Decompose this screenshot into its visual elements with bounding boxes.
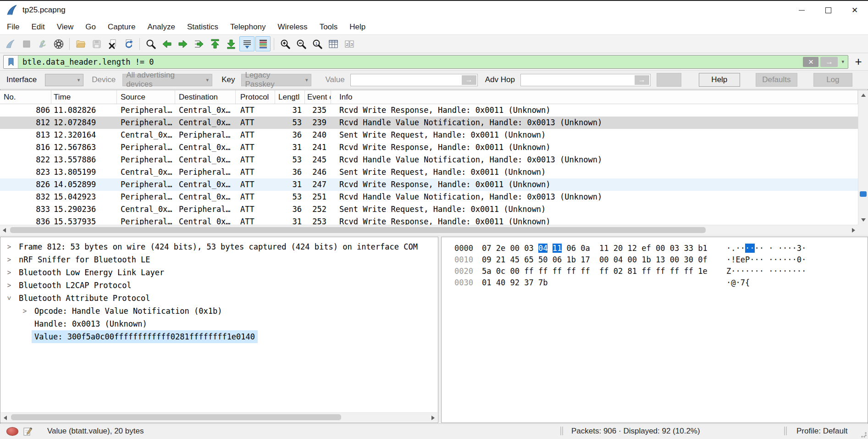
- detail-line[interactable]: >nRF Sniffer for Bluetooth LE: [0, 253, 437, 266]
- hex-byte[interactable]: 13: [656, 255, 665, 264]
- filter-dropdown-caret[interactable]: ▾: [841, 59, 844, 65]
- detail-line[interactable]: >Bluetooth L2CAP Protocol: [0, 279, 437, 292]
- ascii-char[interactable]: ·: [736, 244, 741, 253]
- ascii-char[interactable]: ·: [755, 267, 759, 276]
- hex-byte[interactable]: 11: [553, 244, 562, 253]
- hex-byte[interactable]: 00: [510, 244, 519, 253]
- hex-byte[interactable]: 00: [656, 244, 665, 253]
- ascii-char[interactable]: ·: [726, 244, 731, 253]
- ascii-char[interactable]: P: [745, 255, 750, 264]
- hex-byte[interactable]: 7b: [538, 278, 547, 287]
- hex-byte[interactable]: 1b: [641, 255, 651, 264]
- packet-row[interactable]: 80611.082826Peripheral…Central_0x…ATT312…: [0, 104, 858, 117]
- hex-byte[interactable]: 06: [566, 244, 575, 253]
- hex-byte[interactable]: 45: [510, 255, 519, 264]
- hex-byte[interactable]: 00: [628, 255, 637, 264]
- hex-byte[interactable]: 03: [524, 244, 533, 253]
- expander-icon[interactable]: >: [6, 253, 12, 266]
- detail-line[interactable]: >Bluetooth Attribute Protocol: [0, 292, 437, 305]
- last-packet-icon[interactable]: [223, 36, 238, 51]
- adv-hop-input[interactable]: →: [520, 74, 651, 86]
- hex-byte[interactable]: 03: [670, 244, 679, 253]
- ascii-char[interactable]: ·: [750, 244, 754, 253]
- menu-item-help[interactable]: Help: [343, 22, 371, 32]
- detail-line[interactable]: >Frame 812: 53 bytes on wire (424 bits),…: [0, 240, 437, 253]
- hex-byte[interactable]: 09: [482, 255, 491, 264]
- packet-row[interactable]: 83215.042923Peripheral…Central_0x…ATT532…: [0, 191, 858, 203]
- ascii-char[interactable]: ·: [787, 244, 792, 253]
- menu-item-wireless[interactable]: Wireless: [271, 22, 313, 32]
- find-packet-icon[interactable]: [143, 36, 158, 51]
- packet-row[interactable]: 83315.290236Central_0x…Peripheral…ATT362…: [0, 203, 858, 216]
- packet-row[interactable]: 81312.320164Central_0x…Peripheral…ATT362…: [0, 129, 858, 141]
- device-dropdown[interactable]: All advertising devices▾: [122, 74, 212, 86]
- scrollbar-selected-packet-marker[interactable]: [860, 191, 867, 197]
- hex-byte[interactable]: 00: [670, 255, 679, 264]
- ascii-char[interactable]: ·: [768, 244, 773, 253]
- ascii-char[interactable]: ·: [792, 267, 797, 276]
- expander-icon[interactable]: >: [6, 266, 12, 279]
- hex-byte[interactable]: 1e: [698, 267, 707, 276]
- ascii-char[interactable]: ·: [787, 267, 792, 276]
- zoom-in-icon[interactable]: [277, 36, 293, 51]
- arrow-right-icon[interactable]: →: [635, 75, 649, 85]
- hex-byte[interactable]: 0a: [581, 244, 590, 253]
- hex-byte[interactable]: ff: [641, 267, 651, 276]
- ascii-char[interactable]: ·: [787, 255, 792, 264]
- interface-dropdown[interactable]: ▾: [45, 74, 83, 86]
- ascii-char[interactable]: ·: [750, 267, 754, 276]
- key-dropdown[interactable]: Legacy Passkey▾: [241, 74, 311, 86]
- hex-byte[interactable]: ff: [656, 267, 665, 276]
- expander-icon[interactable]: >: [6, 240, 12, 253]
- detail-line[interactable]: >Opcode: Handle Value Notification (0x1b…: [0, 305, 437, 317]
- packet-row[interactable]: 83615.537935Peripheral…Central_0x…ATT312…: [0, 216, 858, 225]
- ascii-char[interactable]: ·: [774, 255, 778, 264]
- ascii-char[interactable]: ·: [759, 244, 764, 253]
- hex-byte[interactable]: 50: [538, 255, 547, 264]
- ascii-char[interactable]: 0: [797, 255, 802, 264]
- hex-byte[interactable]: 37: [524, 278, 533, 287]
- ascii-char[interactable]: ·: [792, 255, 797, 264]
- column-header-no[interactable]: No.: [0, 90, 51, 104]
- menu-item-telephony[interactable]: Telephony: [224, 22, 272, 32]
- expert-info-icon[interactable]: [6, 427, 18, 436]
- hex-byte[interactable]: 21: [496, 255, 505, 264]
- hex-byte[interactable]: 04: [538, 244, 547, 253]
- ascii-char[interactable]: Z: [726, 267, 731, 276]
- filter-add-button[interactable]: +: [852, 56, 865, 68]
- ascii-char[interactable]: ·: [745, 244, 750, 253]
- ascii-char[interactable]: ·: [745, 267, 750, 276]
- hex-byte[interactable]: 04: [614, 255, 623, 264]
- value-input[interactable]: →: [350, 74, 478, 86]
- first-packet-icon[interactable]: [207, 36, 222, 51]
- ascii-char[interactable]: ·: [783, 244, 787, 253]
- capture-comment-icon[interactable]: [23, 426, 33, 439]
- start-capture-icon[interactable]: [3, 36, 18, 51]
- detail-line[interactable]: Value: 300f5a0c00ffffffffffff0281fffffff…: [0, 330, 437, 343]
- stop-capture-icon[interactable]: [19, 36, 34, 51]
- hex-byte[interactable]: 0f: [698, 255, 707, 264]
- ascii-char[interactable]: ·: [774, 267, 778, 276]
- expander-icon[interactable]: >: [3, 295, 16, 301]
- hex-row[interactable]: 000007 2e 00 03 04 11 06 0a 11 20 12 ef …: [442, 243, 868, 254]
- hex-byte[interactable]: ff: [599, 267, 608, 276]
- scroll-down-icon[interactable]: [861, 218, 866, 222]
- ascii-char[interactable]: ·: [768, 255, 773, 264]
- ascii-char[interactable]: 3: [797, 244, 802, 253]
- ascii-char[interactable]: ·: [755, 255, 759, 264]
- hex-byte[interactable]: 02: [614, 267, 623, 276]
- column-header-dst[interactable]: Destination: [175, 90, 236, 104]
- close-button[interactable]: ✕: [841, 1, 868, 19]
- hex-byte[interactable]: ff: [684, 267, 693, 276]
- help-button[interactable]: Help: [699, 73, 740, 87]
- ascii-char[interactable]: ·: [778, 255, 783, 264]
- menu-item-go[interactable]: Go: [79, 22, 102, 32]
- ascii-char[interactable]: ·: [736, 267, 741, 276]
- go-to-packet-icon[interactable]: [191, 36, 206, 51]
- save-file-icon[interactable]: [89, 36, 104, 51]
- details-horizontal-scrollbar[interactable]: [1, 412, 437, 422]
- ascii-char[interactable]: ·: [736, 278, 741, 287]
- ascii-char[interactable]: {: [745, 278, 750, 287]
- packet-row[interactable]: 81212.072849Peripheral…Central_0x…ATT532…: [0, 117, 858, 129]
- resize-columns-icon[interactable]: [326, 36, 341, 51]
